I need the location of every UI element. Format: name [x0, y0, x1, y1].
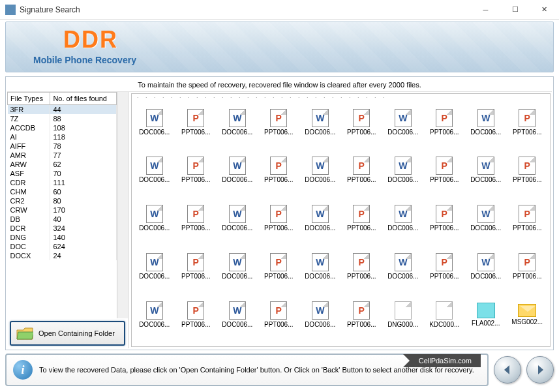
next-button[interactable]	[526, 356, 554, 384]
file-item[interactable]: PPPT006...	[176, 103, 217, 141]
window-title: Signature Search	[20, 5, 471, 14]
file-item[interactable]: WDOC006...	[383, 151, 423, 189]
file-item[interactable]: WDOC006...	[466, 151, 506, 189]
file-item[interactable]: MSG002...	[507, 295, 548, 333]
file-item[interactable]: WDOC006...	[300, 295, 340, 333]
file-item[interactable]: PPPT006...	[259, 247, 299, 285]
file-item[interactable]: WDOC006...	[300, 200, 340, 237]
file-item[interactable]: PPPT006...	[342, 200, 382, 237]
file-item[interactable]: KDC000...	[425, 295, 465, 333]
file-label: DOC006...	[387, 273, 418, 280]
table-row[interactable]: 3FR44	[8, 105, 117, 115]
file-item[interactable]: PPPT006...	[342, 295, 382, 333]
arrow-left-icon	[501, 363, 514, 376]
file-item[interactable]: PPPT006...	[425, 247, 465, 285]
file-label: DOC006...	[139, 128, 170, 136]
file-item[interactable]: PPPT006...	[507, 200, 548, 237]
doc-icon: W	[395, 253, 412, 271]
file-item[interactable]: WDOC006...	[300, 103, 340, 141]
file-item[interactable]: PPPT006...	[425, 151, 465, 189]
ppt-icon: P	[187, 205, 204, 223]
table-row[interactable]: CR280	[8, 196, 117, 205]
table-row[interactable]: DCR324	[8, 224, 117, 233]
file-item[interactable]: WDOC006...	[466, 247, 506, 285]
file-label: DOC006...	[305, 176, 335, 183]
open-containing-folder-button[interactable]: Open Containing Folder	[10, 321, 125, 346]
table-row[interactable]: CRW170	[8, 205, 117, 215]
file-item[interactable]: PPPT006...	[259, 151, 299, 189]
back-button[interactable]	[494, 356, 521, 384]
col-files-found[interactable]: No. of files found	[50, 93, 117, 105]
file-item[interactable]: PPPT006...	[176, 295, 217, 333]
table-row[interactable]: DNG140	[8, 233, 117, 242]
file-item[interactable]: PPPT006...	[425, 200, 465, 237]
file-item[interactable]: WDOC006...	[134, 151, 175, 189]
file-item[interactable]: PPPT006...	[176, 247, 217, 285]
file-item[interactable]: PPPT006...	[507, 151, 548, 189]
titlebar: Signature Search ─ ☐ ✕	[0, 0, 559, 20]
file-item[interactable]: WDOC006...	[466, 103, 506, 141]
table-row[interactable]: ARW62	[8, 160, 117, 169]
brand-logo: DDR	[63, 26, 118, 53]
file-item[interactable]: WDOC006...	[217, 103, 258, 141]
file-item[interactable]: PPPT006...	[425, 103, 465, 141]
file-item[interactable]: WDOC006...	[300, 151, 340, 189]
brand-subtitle: Mobile Phone Recovery	[33, 55, 136, 65]
file-types-table-scroll[interactable]: File Types No. of files found 3FR447Z88A…	[7, 92, 117, 318]
file-label: DOC006...	[222, 273, 252, 280]
file-item[interactable]: PPPT006...	[342, 151, 382, 189]
close-button[interactable]: ✕	[530, 0, 559, 20]
table-row[interactable]: AMR77	[8, 151, 117, 160]
table-row[interactable]: CDR111	[8, 178, 117, 187]
file-item[interactable]: WDOC006...	[383, 103, 423, 141]
file-item[interactable]: WDOC006...	[217, 247, 258, 285]
file-item[interactable]: FLA002...	[466, 295, 506, 333]
table-scrollbar[interactable]	[117, 92, 128, 318]
file-label: PPT006...	[430, 176, 459, 183]
file-item[interactable]: PPPT006...	[507, 247, 548, 285]
doc-icon: W	[312, 109, 329, 127]
table-row[interactable]: AI118	[8, 132, 117, 142]
file-item[interactable]: WDOC006...	[134, 295, 175, 333]
file-item[interactable]: WDOC006...	[134, 200, 175, 237]
file-item[interactable]: WDOC006...	[383, 247, 423, 285]
file-item[interactable]: PPPT006...	[342, 103, 382, 141]
ppt-icon: P	[270, 109, 287, 127]
file-grid[interactable]: WDOC006...PPPT006...WDOC006...PPPT006...…	[132, 98, 550, 346]
file-label: PPT006...	[264, 321, 293, 328]
file-item[interactable]: PPPT006...	[176, 151, 217, 189]
file-label: DOC006...	[222, 176, 252, 183]
file-item[interactable]: DNG000...	[383, 295, 423, 333]
ppt-icon: P	[353, 205, 370, 223]
doc-icon: W	[477, 109, 494, 127]
file-item[interactable]: PPPT006...	[259, 103, 299, 141]
file-item[interactable]: PPPT006...	[507, 103, 548, 141]
file-item[interactable]: PPPT006...	[342, 247, 382, 285]
file-item[interactable]: PPPT006...	[259, 295, 299, 333]
file-item[interactable]: WDOC006...	[383, 200, 423, 237]
file-label: DOC006...	[305, 321, 335, 328]
table-row[interactable]: CHM60	[8, 187, 117, 196]
file-item[interactable]: WDOC006...	[466, 200, 506, 237]
table-row[interactable]: DB40	[8, 215, 117, 224]
table-row[interactable]: DOCX24	[8, 251, 117, 260]
file-item[interactable]: WDOC006...	[300, 247, 340, 285]
file-item[interactable]: WDOC006...	[217, 295, 258, 333]
file-item[interactable]: WDOC006...	[134, 247, 175, 285]
file-item[interactable]: WDOC006...	[217, 151, 258, 189]
file-item[interactable]: PPPT006...	[176, 200, 217, 237]
table-row[interactable]: DOC624	[8, 242, 117, 251]
doc-icon: W	[312, 253, 329, 271]
minimize-button[interactable]: ─	[471, 0, 500, 20]
table-row[interactable]: ACCDB108	[8, 123, 117, 132]
file-item[interactable]: WDOC006...	[217, 200, 258, 237]
table-row[interactable]: 7Z88	[8, 114, 117, 123]
maximize-button[interactable]: ☐	[500, 0, 530, 20]
file-item[interactable]: WDOC006...	[134, 103, 175, 141]
doc-icon: W	[146, 109, 163, 127]
table-row[interactable]: ASF70	[8, 169, 117, 178]
doc-icon: W	[146, 205, 163, 223]
table-row[interactable]: AIFF78	[8, 142, 117, 151]
file-item[interactable]: PPPT006...	[259, 200, 299, 237]
col-file-types[interactable]: File Types	[8, 93, 50, 105]
